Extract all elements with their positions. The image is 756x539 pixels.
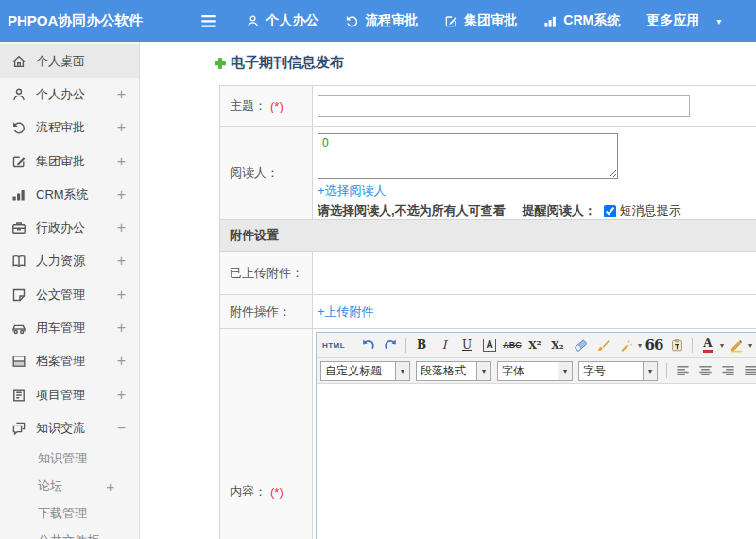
attachment-operation-row: 附件操作： +上传附件 xyxy=(220,295,756,329)
bold-button[interactable]: B xyxy=(411,336,432,355)
remind-readers-label: 提醒阅读人： xyxy=(523,202,596,219)
highlight-button[interactable] xyxy=(726,336,747,355)
book-icon xyxy=(11,253,26,269)
italic-button[interactable]: I xyxy=(434,336,455,355)
briefcase-icon xyxy=(11,220,26,235)
sidebar-item-crm-system-label: CRM系统 xyxy=(36,186,89,203)
attachment-operation-label-text: 附件操作： xyxy=(230,304,291,321)
sidebar-subitem-public-cabinet[interactable]: 公共文件柜 xyxy=(0,528,139,539)
font-size-select[interactable]: 字号▾ xyxy=(578,361,658,381)
align-justify-button[interactable] xyxy=(740,361,756,380)
page-title: 电子期刊信息发布 xyxy=(214,54,344,72)
chevron-down-icon[interactable]: ▾ xyxy=(720,341,724,350)
chevron-down-icon[interactable]: ▾ xyxy=(643,362,657,380)
nav-more-apps-label: 更多应用 xyxy=(646,12,699,29)
superscript-button[interactable]: X² xyxy=(524,336,545,355)
redo-icon[interactable] xyxy=(380,336,401,355)
sidebar-item-project-mgmt[interactable]: 项目管理+ xyxy=(0,378,139,411)
nav-personal-office[interactable]: 个人办公 xyxy=(246,12,318,29)
sidebar-subitem-forum[interactable]: 论坛+ xyxy=(0,473,139,500)
expand-plus-icon[interactable]: + xyxy=(117,320,126,337)
nav-group-approval[interactable]: 集团审批 xyxy=(444,12,517,29)
sidebar-item-admin-office[interactable]: 行政办公+ xyxy=(0,211,139,244)
align-center-button[interactable] xyxy=(695,361,715,380)
font-border-button[interactable]: A xyxy=(479,336,500,355)
sidebar-item-document-mgmt-label: 公文管理 xyxy=(36,287,85,304)
sidebar-item-knowledge-exchange[interactable]: 知识交流− xyxy=(0,411,139,444)
toolbar-separator xyxy=(405,338,406,353)
subscript-button[interactable]: X₂ xyxy=(547,336,568,355)
undo-icon[interactable] xyxy=(357,336,378,355)
sidebar-item-archive-mgmt[interactable]: 档案管理+ xyxy=(0,345,139,378)
eraser-button[interactable] xyxy=(570,336,591,355)
sidebar-item-group-approval[interactable]: 集团审批+ xyxy=(0,145,139,178)
main-content: 电子期刊信息发布 主题： (*) 阅读人： +选择阅读人 请选择阅读人,不选为所… xyxy=(140,42,756,539)
sidebar-item-hr[interactable]: 人力资源+ xyxy=(0,245,139,278)
sms-remind-checkbox[interactable] xyxy=(604,205,616,217)
strikethrough-button[interactable]: ABC xyxy=(502,336,523,355)
align-right-button[interactable] xyxy=(717,361,738,380)
menu-toggle-button[interactable] xyxy=(201,15,217,27)
paste-text-button[interactable] xyxy=(666,336,687,355)
select-readers-link[interactable]: +选择阅读人 xyxy=(318,183,387,200)
align-left-button[interactable] xyxy=(672,361,693,380)
format-brush-button[interactable] xyxy=(593,336,613,355)
expand-plus-icon[interactable]: + xyxy=(117,119,126,136)
sidebar-item-workflow-approval[interactable]: 流程审批+ xyxy=(0,112,139,145)
content-label: 内容： (*) xyxy=(220,329,313,539)
expand-plus-icon[interactable]: + xyxy=(117,219,126,236)
custom-title-select-value: 自定义标题 xyxy=(321,363,395,379)
sidebar-item-workflow-approval-label: 流程审批 xyxy=(36,119,85,136)
expand-plus-icon[interactable]: + xyxy=(117,186,126,203)
editor-content-area[interactable] xyxy=(317,384,756,539)
font-color-button[interactable]: A xyxy=(697,336,718,355)
sidebar-item-personal-desktop[interactable]: 个人桌面 xyxy=(0,44,139,78)
chevron-down-icon[interactable]: ▾ xyxy=(558,362,572,380)
top-header: PHPOA协同办公软件 个人办公流程审批集团审批CRM系统更多应用▾ xyxy=(0,0,756,42)
expand-plus-icon[interactable]: + xyxy=(117,287,126,304)
chat-icon xyxy=(11,421,26,436)
editor-toolbar-row1: HTMLBIUAABCX²X₂▾66A▾▾123▾ xyxy=(317,333,756,358)
underline-button[interactable]: U xyxy=(456,336,477,355)
readers-tip-line: 请选择阅读人,不选为所有人可查看 提醒阅读人： 短消息提示 xyxy=(318,202,681,219)
chevron-down-icon[interactable]: ▾ xyxy=(476,362,490,380)
sidebar-item-personal-office[interactable]: 个人办公+ xyxy=(0,78,139,111)
chevron-down-icon[interactable]: ▾ xyxy=(395,362,409,380)
html-source-button[interactable]: HTML xyxy=(320,336,347,355)
upload-attachment-link[interactable]: +上传附件 xyxy=(318,304,374,321)
paragraph-select[interactable]: 段落格式▾ xyxy=(416,361,491,381)
uploaded-attachments-value xyxy=(313,252,756,294)
nav-crm-system[interactable]: CRM系统 xyxy=(543,12,620,29)
collapse-minus-icon[interactable]: − xyxy=(117,420,126,437)
readers-label: 阅读人： xyxy=(220,127,313,219)
subject-input[interactable] xyxy=(318,95,690,117)
expand-plus-icon[interactable]: + xyxy=(117,153,126,170)
toolbar-separator xyxy=(666,363,667,378)
expand-plus-icon[interactable]: + xyxy=(117,86,126,103)
blockquote-button[interactable]: 66 xyxy=(644,336,664,355)
content-row: 内容： (*) HTMLBIUAABCX²X₂▾66A▾▾123▾ 自定义标题▾… xyxy=(220,329,756,539)
chevron-down-icon[interactable]: ▾ xyxy=(748,341,752,350)
readers-textarea[interactable] xyxy=(318,133,618,179)
sidebar-subitem-knowledge-mgmt[interactable]: 知识管理 xyxy=(0,445,139,473)
sidebar-item-vehicle-mgmt[interactable]: 用车管理+ xyxy=(0,311,139,344)
caret-down-icon[interactable]: ▾ xyxy=(716,16,721,26)
expand-plus-icon[interactable]: + xyxy=(117,387,126,404)
sidebar-subitem-download-mgmt[interactable]: 下载管理 xyxy=(0,500,139,528)
custom-title-select[interactable]: 自定义标题▾ xyxy=(320,361,410,381)
font-family-select[interactable]: 字体▾ xyxy=(497,361,573,381)
sidebar-item-document-mgmt[interactable]: 公文管理+ xyxy=(0,278,139,311)
chevron-down-icon[interactable]: ▾ xyxy=(638,341,642,350)
expand-plus-icon[interactable]: + xyxy=(117,353,126,370)
nav-workflow-approval[interactable]: 流程审批 xyxy=(345,12,418,29)
sidebar-item-crm-system[interactable]: CRM系统+ xyxy=(0,178,139,211)
car-icon xyxy=(11,321,26,336)
user-icon xyxy=(11,87,26,102)
expand-plus-icon[interactable]: + xyxy=(106,478,114,495)
autotypeset-button[interactable] xyxy=(615,336,636,355)
editor-toolbar-row2: 自定义标题▾段落格式▾字体▾字号▾ xyxy=(317,358,756,384)
sidebar: 个人桌面个人办公+流程审批+集团审批+CRM系统+行政办公+人力资源+公文管理+… xyxy=(0,42,140,539)
toolbar-separator xyxy=(352,338,352,353)
expand-plus-icon[interactable]: + xyxy=(117,252,126,270)
nav-more-apps[interactable]: 更多应用▾ xyxy=(646,12,721,29)
